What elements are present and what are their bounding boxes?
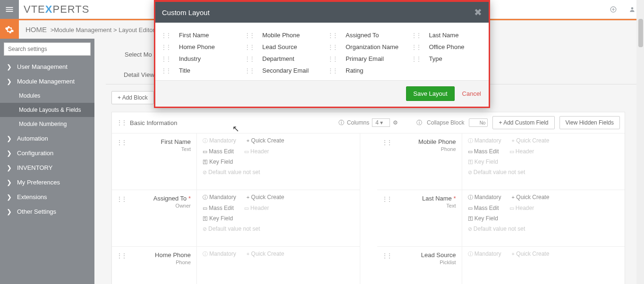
modal-field-item[interactable]: ⋮⋮Organization Name bbox=[326, 41, 402, 53]
collapse-toggle[interactable]: No bbox=[469, 118, 488, 127]
modal-field-item[interactable]: ⋮⋮Secondary Email bbox=[243, 65, 319, 76]
modal-field-item[interactable]: ⋮⋮Title bbox=[159, 65, 235, 76]
modal-field-item[interactable]: ⋮⋮Home Phone bbox=[159, 41, 235, 53]
modal-field-item[interactable]: ⋮⋮Assigned To bbox=[326, 29, 402, 41]
custom-layout-modal: Custom Layout ✖ ⋮⋮First Name⋮⋮Home Phone… bbox=[154, 0, 490, 108]
grip-icon[interactable]: ⋮⋮ bbox=[328, 44, 337, 50]
user-icon[interactable] bbox=[629, 6, 636, 13]
modal-field-label: First Name bbox=[179, 32, 209, 39]
save-layout-button[interactable]: Save Layout bbox=[406, 86, 454, 101]
modal-column: ⋮⋮Assigned To⋮⋮Organization Name⋮⋮Primar… bbox=[322, 29, 406, 76]
grip-icon[interactable]: ⋮⋮ bbox=[117, 119, 126, 126]
breadcrumb-layout[interactable]: Layout Editor bbox=[119, 26, 155, 33]
field-name: Mobile Phone bbox=[383, 138, 456, 145]
modal-field-label: Organization Name bbox=[346, 43, 398, 50]
modal-field-item[interactable]: ⋮⋮Last Name bbox=[409, 29, 485, 41]
sidebar-sub-numbering[interactable]: Module Numbering bbox=[0, 117, 94, 131]
grip-icon[interactable]: ⋮⋮ bbox=[161, 56, 170, 62]
sidebar-item-label: Configuration bbox=[17, 150, 53, 157]
modal-field-item[interactable]: ⋮⋮Primary Email bbox=[326, 53, 402, 65]
field-type: Picklist bbox=[383, 259, 456, 265]
gear-icon[interactable]: ⚙ bbox=[393, 119, 398, 126]
sidebar-sub-layouts-fields[interactable]: Module Layouts & Fields bbox=[0, 103, 94, 117]
grip-icon[interactable]: ⋮⋮ bbox=[382, 139, 391, 146]
cancel-link[interactable]: Cancel bbox=[462, 90, 481, 97]
grip-icon[interactable]: ⋮⋮ bbox=[382, 196, 391, 202]
modal-field-label: Mobile Phone bbox=[263, 32, 300, 39]
grip-icon[interactable]: ⋮⋮ bbox=[245, 67, 254, 74]
sidebar-item-other-settings[interactable]: ❯Other Settings bbox=[0, 204, 94, 219]
add-custom-field-label: Add Custom Field bbox=[503, 119, 548, 126]
grip-icon[interactable]: ⋮⋮ bbox=[411, 56, 421, 62]
grip-icon[interactable]: ⋮⋮ bbox=[328, 56, 337, 62]
field-name: Home Phone bbox=[118, 251, 191, 259]
block-header: ⋮⋮ Basic Information ⓘ Columns 4 ▾ ⚙ ⓘ C… bbox=[112, 112, 625, 134]
grip-icon[interactable]: ⋮⋮ bbox=[117, 196, 126, 202]
field-column-left: ⋮⋮First NameTextⓘ Mandatory+ Quick Creat… bbox=[112, 134, 360, 284]
sidebar-item-configuration[interactable]: ❯Configuration bbox=[0, 146, 94, 160]
modal-field-item[interactable]: ⋮⋮Office Phone bbox=[409, 41, 485, 53]
settings-gear[interactable] bbox=[0, 20, 19, 39]
sidebar-item-automation[interactable]: ❯Automation bbox=[0, 131, 94, 146]
top-right-icons bbox=[610, 6, 636, 13]
collapse-label: Collapse Block bbox=[427, 119, 464, 126]
sidebar-item-label: INVENTORY bbox=[17, 164, 52, 171]
modal-field-label: Office Phone bbox=[429, 43, 465, 50]
modal-field-item[interactable]: ⋮⋮Rating bbox=[326, 65, 402, 76]
vertical-scrollbar[interactable] bbox=[636, 0, 644, 284]
logo-text-b: PERTS bbox=[52, 3, 89, 15]
modal-field-item[interactable]: ⋮⋮Mobile Phone bbox=[243, 29, 319, 41]
sidebar-item-user-management[interactable]: ❯User Management bbox=[0, 59, 94, 74]
grip-icon[interactable]: ⋮⋮ bbox=[382, 252, 391, 259]
grip-icon[interactable]: ⋮⋮ bbox=[411, 32, 421, 39]
modal-field-item[interactable]: ⋮⋮Lead Source bbox=[243, 41, 319, 53]
field-type: Owner bbox=[118, 203, 191, 209]
plus-icon[interactable] bbox=[610, 6, 617, 13]
grip-icon[interactable]: ⋮⋮ bbox=[411, 44, 421, 50]
close-icon[interactable]: ✖ bbox=[474, 7, 482, 18]
grip-icon[interactable]: ⋮⋮ bbox=[117, 139, 126, 146]
hamburger-menu[interactable] bbox=[0, 0, 19, 19]
breadcrumb-home[interactable]: HOME bbox=[25, 25, 47, 33]
modal-field-item[interactable]: ⋮⋮Department bbox=[243, 53, 319, 65]
sidebar-item-extensions[interactable]: ❯Extensions bbox=[0, 190, 94, 204]
modal-field-label: Type bbox=[429, 55, 442, 62]
sidebar-item-label: My Preferences bbox=[17, 179, 60, 186]
modal-field-item[interactable]: ⋮⋮Industry bbox=[159, 53, 235, 65]
chevron-right-icon: ❯ bbox=[7, 179, 12, 186]
grip-icon[interactable]: ⋮⋮ bbox=[161, 32, 170, 39]
sidebar-item-inventory[interactable]: ❯INVENTORY bbox=[0, 160, 94, 175]
grip-icon[interactable]: ⋮⋮ bbox=[245, 32, 254, 39]
add-custom-field-button[interactable]: + Add Custom Field bbox=[492, 116, 554, 129]
sidebar-item-label: User Management bbox=[17, 63, 68, 70]
sidebar-item-module-management[interactable]: ❯Module Management bbox=[0, 74, 94, 89]
chevron-right-icon: ❯ bbox=[7, 208, 12, 215]
modal-body: ⋮⋮First Name⋮⋮Home Phone⋮⋮Industry⋮⋮Titl… bbox=[155, 23, 489, 80]
modal-field-label: Assigned To bbox=[346, 32, 379, 39]
view-hidden-fields-button[interactable]: View Hidden Fields bbox=[559, 116, 620, 129]
grip-icon[interactable]: ⋮⋮ bbox=[328, 32, 337, 39]
modal-field-item[interactable]: ⋮⋮Type bbox=[409, 53, 485, 65]
scrollbar-thumb[interactable] bbox=[638, 19, 643, 47]
modal-field-label: Industry bbox=[179, 55, 201, 62]
field-type: Text bbox=[118, 146, 191, 152]
add-block-button[interactable]: + Add Block bbox=[111, 91, 154, 104]
grip-icon[interactable]: ⋮⋮ bbox=[161, 67, 170, 74]
grip-icon[interactable]: ⋮⋮ bbox=[245, 56, 254, 62]
field-column-right: ⋮⋮Mobile PhonePhoneⓘ Mandatory+ Quick Cr… bbox=[377, 134, 625, 284]
search-input[interactable] bbox=[4, 42, 91, 56]
block-actions: ⓘ Collapse Block No + Add Custom Field V… bbox=[416, 116, 620, 129]
sidebar: ❯User Management ❯Module Management Modu… bbox=[0, 39, 94, 284]
grip-icon[interactable]: ⋮⋮ bbox=[117, 252, 126, 259]
grip-icon[interactable]: ⋮⋮ bbox=[161, 44, 170, 50]
columns-select[interactable]: 4 ▾ bbox=[372, 118, 390, 127]
modal-field-label: Primary Email bbox=[346, 55, 384, 62]
grip-icon[interactable]: ⋮⋮ bbox=[245, 44, 254, 50]
grip-icon[interactable]: ⋮⋮ bbox=[328, 67, 337, 74]
modal-field-item[interactable]: ⋮⋮First Name bbox=[159, 29, 235, 41]
modal-field-label: Secondary Email bbox=[263, 67, 309, 74]
breadcrumb-module[interactable]: Module Management bbox=[54, 26, 111, 33]
sidebar-item-preferences[interactable]: ❯My Preferences bbox=[0, 175, 94, 190]
chevron-right-icon: ❯ bbox=[7, 63, 12, 70]
sidebar-sub-modules[interactable]: Modules bbox=[0, 89, 94, 103]
